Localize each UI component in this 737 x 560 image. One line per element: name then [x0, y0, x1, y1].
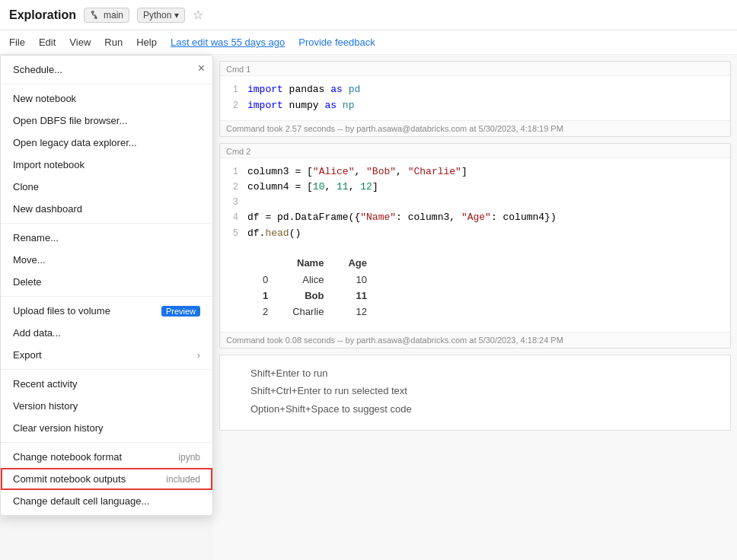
- table-cell-name: Alice: [280, 272, 336, 288]
- divider-3: [1, 296, 212, 297]
- cell-2-table-output: Name Age 0 Alice 10 1: [220, 248, 730, 332]
- table-cell-name: Charlie: [280, 304, 336, 320]
- table-row: 1 Bob 11: [250, 288, 379, 304]
- menu-view[interactable]: View: [69, 33, 91, 51]
- cell-1: Cmd 1 1 import pandas as pd 2 import num…: [219, 61, 731, 137]
- table-cell-age: 10: [336, 272, 379, 288]
- menu-clear-version-history[interactable]: Clear version history: [1, 417, 212, 439]
- table-cell-index: 0: [250, 272, 280, 288]
- menu-schedule[interactable]: Schedule...: [1, 59, 212, 81]
- menu-move[interactable]: Move...: [1, 249, 212, 271]
- hint-3: Option+Shift+Space to suggest code: [250, 400, 718, 418]
- table-cell-name: Bob: [280, 288, 336, 304]
- table-cell-index: 1: [250, 288, 280, 304]
- menu-version-history[interactable]: Version history: [1, 395, 212, 417]
- format-badge: ipynb: [178, 452, 200, 463]
- branch-badge[interactable]: main: [84, 8, 129, 23]
- code-text: import pandas as pd: [247, 82, 360, 98]
- divider-2: [1, 223, 212, 224]
- table-row: 0 Alice 10: [250, 272, 379, 288]
- code-text: column3 = ["Alice", "Bob", "Charlie"]: [247, 164, 467, 180]
- hint-2: Shift+Ctrl+Enter to run selected text: [250, 382, 718, 399]
- line-num: 2: [220, 180, 247, 195]
- menu-change-format[interactable]: Change notebook format ipynb: [1, 446, 212, 468]
- menu-recent-activity[interactable]: Recent activity: [1, 373, 212, 395]
- menu-import-notebook[interactable]: Import notebook: [1, 154, 212, 176]
- menu-rename[interactable]: Rename...: [1, 227, 212, 249]
- menu-bar: File Edit View Run Help Last edit was 55…: [0, 30, 737, 55]
- menu-new-notebook[interactable]: New notebook: [1, 88, 212, 110]
- branch-icon: [90, 10, 100, 21]
- hint-cell: Shift+Enter to run Shift+Ctrl+Enter to r…: [219, 355, 731, 431]
- included-badge: included: [166, 474, 200, 485]
- chevron-down-icon: ▾: [174, 10, 179, 21]
- menu-new-dashboard[interactable]: New dashboard: [1, 198, 212, 220]
- divider-5: [1, 442, 212, 443]
- menu-open-legacy[interactable]: Open legacy data explorer...: [1, 132, 212, 154]
- menu-file[interactable]: File: [9, 33, 25, 51]
- hint-1: Shift+Enter to run: [250, 364, 718, 382]
- cell-1-label: Cmd 1: [220, 62, 730, 76]
- cells-wrapper: Cmd 1 1 import pandas as pd 2 import num…: [213, 55, 737, 437]
- code-text: import numpy as np: [247, 98, 354, 114]
- menu-add-data[interactable]: Add data...: [1, 322, 212, 344]
- line-num: 5: [220, 227, 247, 241]
- language-badge[interactable]: Python ▾: [137, 8, 185, 23]
- table-cell-index: 2: [250, 304, 280, 320]
- main-layout: × Schedule... New notebook Open DBFS fil…: [0, 55, 737, 560]
- arrow-right-icon: ›: [197, 349, 200, 361]
- line-num: 2: [220, 99, 247, 113]
- code-text: df.head(): [247, 226, 301, 242]
- code-line: 2 import numpy as np: [220, 98, 724, 114]
- menu-help[interactable]: Help: [136, 33, 157, 51]
- menu-commit-outputs[interactable]: Commit notebook outputs included: [1, 468, 212, 490]
- language-name: Python: [143, 10, 171, 21]
- feedback-link[interactable]: Provide feedback: [298, 37, 375, 48]
- code-text: df = pd.DataFrame({"Name": column3, "Age…: [247, 210, 557, 226]
- cell-2-label: Cmd 2: [220, 144, 730, 158]
- cell-1-output-info: Command took 2.57 seconds -- by parth.as…: [220, 120, 730, 136]
- table-header-index: [250, 254, 280, 272]
- last-edit-link[interactable]: Last edit was 55 days ago: [171, 37, 285, 48]
- code-line: 1 import pandas as pd: [220, 82, 724, 98]
- code-line: 4 df = pd.DataFrame({"Name": column3, "A…: [220, 210, 724, 226]
- menu-delete[interactable]: Delete: [1, 271, 212, 293]
- code-line: 5 df.head(): [220, 226, 724, 242]
- table-cell-age: 12: [336, 304, 379, 320]
- app-title: Exploration: [9, 8, 76, 22]
- table-header-name: Name: [280, 254, 336, 272]
- code-line: 2 column4 = [10, 11, 12]: [220, 180, 724, 196]
- menu-change-language[interactable]: Change default cell language...: [1, 490, 212, 512]
- cell-2-code[interactable]: 1 column3 = ["Alice", "Bob", "Charlie"] …: [220, 158, 730, 248]
- file-dropdown-menu: × Schedule... New notebook Open DBFS fil…: [0, 55, 213, 516]
- cell-1-code[interactable]: 1 import pandas as pd 2 import numpy as …: [220, 76, 730, 120]
- code-line: 1 column3 = ["Alice", "Bob", "Charlie"]: [220, 164, 724, 180]
- menu-edit[interactable]: Edit: [39, 33, 56, 51]
- cell-2: Cmd 2 1 column3 = ["Alice", "Bob", "Char…: [219, 143, 731, 348]
- notebook-area: Cmd 1 1 import pandas as pd 2 import num…: [213, 55, 737, 560]
- star-icon[interactable]: ☆: [193, 8, 203, 22]
- line-num: 3: [220, 196, 247, 210]
- divider-4: [1, 369, 212, 370]
- menu-run[interactable]: Run: [104, 33, 123, 51]
- code-text: column4 = [10, 11, 12]: [247, 180, 378, 196]
- menu-open-dbfs[interactable]: Open DBFS file browser...: [1, 110, 212, 132]
- preview-badge: Preview: [161, 306, 200, 317]
- line-num: 1: [220, 83, 247, 97]
- table-cell-age: 11: [336, 288, 379, 304]
- menu-upload-files[interactable]: Upload files to volume Preview: [1, 300, 212, 322]
- output-table: Name Age 0 Alice 10 1: [250, 254, 379, 320]
- table-row: 2 Charlie 12: [250, 304, 379, 320]
- line-num: 4: [220, 211, 247, 225]
- cell-2-output-info: Command took 0.08 seconds -- by parth.as…: [220, 332, 730, 348]
- top-bar: Exploration main Python ▾ ☆: [0, 0, 737, 30]
- branch-name: main: [104, 10, 123, 21]
- code-line: 3: [220, 196, 724, 210]
- menu-clone[interactable]: Clone: [1, 176, 212, 198]
- menu-export[interactable]: Export ›: [1, 344, 212, 366]
- divider-1: [1, 84, 212, 84]
- table-header-age: Age: [336, 254, 379, 272]
- line-num: 1: [220, 165, 247, 180]
